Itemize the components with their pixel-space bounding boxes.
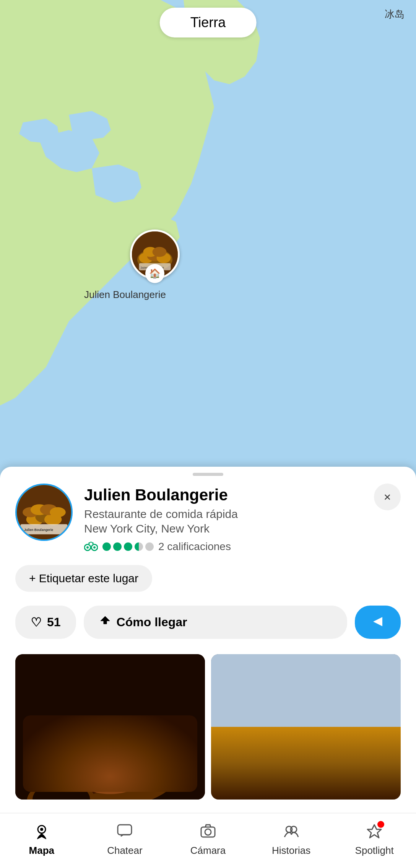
chat-nav-icon [116, 822, 133, 842]
rating-dot-2 [113, 542, 122, 551]
drag-handle [193, 473, 223, 476]
svg-point-47 [224, 791, 267, 800]
place-info-row: Julien Boulangerie Julien Boulangerie Re… [15, 480, 401, 565]
directions-button[interactable]: Cómo llegar [84, 606, 347, 639]
rating-dot-4 [135, 542, 143, 551]
svg-point-34 [32, 782, 90, 800]
nav-label-map: Mapa [29, 845, 54, 857]
place-location: New York City, New York [84, 522, 362, 535]
svg-point-24 [88, 542, 90, 544]
svg-rect-37 [211, 710, 401, 800]
svg-point-43 [234, 782, 280, 800]
svg-point-39 [251, 759, 297, 787]
nav-item-camera[interactable]: Cámara [177, 822, 239, 857]
rating-count: 2 calificaciones [158, 541, 231, 553]
svg-point-48 [255, 791, 299, 800]
place-name: Julien Boulangerie [84, 485, 362, 505]
rating-row: 2 calificaciones [84, 540, 362, 554]
svg-text:Julien Boulangerie: Julien Boulangerie [24, 528, 53, 532]
photo-2[interactable] [211, 654, 401, 800]
svg-point-30 [67, 734, 153, 794]
svg-point-31 [73, 736, 147, 784]
chinese-label: 冰岛 [385, 8, 405, 21]
place-type-icon: 🏠 [145, 264, 164, 283]
nav-item-map[interactable]: Mapa [11, 822, 72, 857]
svg-point-25 [92, 542, 94, 544]
svg-point-38 [220, 764, 266, 793]
rating-dot-1 [102, 542, 111, 551]
svg-point-23 [93, 546, 96, 549]
svg-rect-35 [211, 654, 401, 800]
svg-point-50 [40, 828, 43, 831]
nav-label-stories: Historias [272, 845, 310, 857]
svg-point-45 [300, 782, 346, 800]
like-count: 51 [47, 615, 61, 629]
spotlight-nav-icon [366, 822, 383, 842]
place-avatar[interactable]: Julien Boulangerie [15, 484, 73, 541]
svg-rect-27 [15, 654, 205, 800]
heart-icon: ♡ [31, 615, 42, 630]
like-button[interactable]: ♡ 51 [15, 606, 76, 639]
nav-label-spotlight: Spotlight [355, 845, 394, 857]
svg-point-32 [78, 738, 141, 778]
svg-point-17 [50, 507, 66, 518]
spotlight-badge [377, 821, 384, 828]
nav-item-chat[interactable]: Chatear [94, 822, 155, 857]
tripadvisor-icon [84, 540, 98, 554]
directions-icon [99, 615, 111, 630]
svg-marker-56 [367, 825, 381, 838]
close-button[interactable]: × [374, 484, 401, 510]
rating-dots [102, 542, 154, 551]
nav-label-chat: Chatear [107, 845, 143, 857]
svg-rect-51 [118, 825, 132, 835]
rating-dot-5 [145, 542, 154, 551]
action-row: ♡ 51 Cómo llegar [15, 606, 401, 639]
svg-point-7 [153, 247, 167, 257]
map-marker[interactable]: Julien Boulangerie 🏠 [130, 230, 180, 279]
tag-place-button[interactable]: + Etiquetar este lugar [15, 565, 152, 592]
drag-handle-area[interactable] [15, 467, 401, 480]
svg-point-42 [346, 764, 392, 793]
directions-label: Cómo llegar [117, 615, 187, 629]
place-type: Restaurante de comida rápida [84, 508, 362, 521]
nav-item-spotlight[interactable]: Spotlight [344, 822, 405, 857]
svg-point-53 [205, 829, 211, 835]
camera-nav-icon [200, 822, 216, 842]
svg-marker-26 [373, 617, 382, 626]
share-button[interactable] [355, 606, 401, 639]
svg-point-46 [331, 775, 379, 800]
map-nav-icon [33, 822, 50, 842]
svg-point-29 [38, 738, 119, 796]
rating-dot-3 [124, 542, 132, 551]
svg-point-22 [86, 546, 89, 549]
photo-1[interactable] [15, 654, 205, 800]
bottom-nav: Mapa Chatear Cámara [0, 813, 416, 868]
nav-item-stories[interactable]: Historias [261, 822, 322, 857]
nav-label-camera: Cámara [190, 845, 226, 857]
svg-point-41 [315, 759, 361, 787]
svg-point-55 [291, 826, 297, 832]
bottom-sheet: Julien Boulangerie Julien Boulangerie Re… [0, 467, 416, 868]
map-view[interactable]: Tierra 冰岛 Julien Boulangerie 🏠 Julien Bo… [0, 0, 416, 513]
svg-point-44 [265, 775, 313, 800]
map-place-label: Julien Boulangerie [84, 289, 166, 301]
photos-grid [15, 654, 401, 800]
svg-point-40 [283, 764, 329, 793]
tierra-button[interactable]: Tierra [160, 8, 257, 37]
share-icon [370, 614, 385, 630]
stories-nav-icon [283, 822, 300, 842]
place-details: Julien Boulangerie Restaurante de comida… [84, 484, 362, 554]
svg-rect-36 [211, 654, 401, 710]
svg-point-28 [36, 715, 185, 800]
